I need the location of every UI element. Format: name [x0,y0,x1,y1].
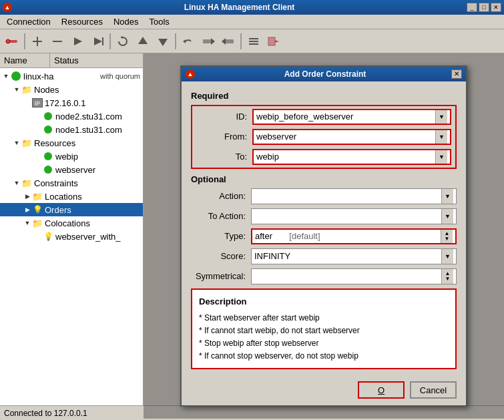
svg-marker-15 [222,38,226,45]
tree-item-webserver-with[interactable]: 💡 webserver_with_ [0,230,143,243]
tree-toggle-constraints[interactable]: ▼ [12,178,21,188]
toolbar-undo-btn[interactable] [179,32,198,51]
to-action-label: To Action: [191,211,251,221]
id-value: webip_before_webserver [256,112,435,122]
dialog-title-bar: ▲ Add Order Constraint ✕ [182,67,466,81]
folder-icon-colocations: 📁 [32,218,43,228]
toolbar-add-btn[interactable] [28,32,47,51]
action-dropdown-arrow[interactable]: ▼ [441,189,453,204]
score-dropdown-arrow[interactable]: ▼ [441,249,453,264]
symmetrical-row: Symmetrical: ▲ ▼ [191,268,457,284]
score-combobox[interactable]: INFINITY ▼ [251,248,457,264]
right-panel: ▲ Add Order Constraint ✕ Required ID: [144,53,504,419]
desc-line-4: * If cannot stop webserver, do not stop … [199,350,449,363]
menu-nodes[interactable]: Nodes [108,15,144,28]
tree-item-webip[interactable]: webip [0,150,143,163]
tree-toggle-orders[interactable]: ▶ [23,205,32,214]
toolbar-down-btn[interactable] [154,32,172,51]
tree-label-constraints: Constraints [34,178,78,188]
dialog-close-button[interactable]: ✕ [451,69,462,79]
tree-item-node2[interactable]: node2.stu31.com [0,110,143,123]
tree-item-node1[interactable]: node1.stu31.com [0,123,143,136]
from-control-wrap: webserver ▼ [252,129,451,145]
toolbar-migrate-btn[interactable] [199,32,218,51]
type-row: Type: after [default] ▲ ▼ [191,228,457,244]
svg-point-1 [6,39,10,43]
tree-item-webserver[interactable]: webserver [0,163,143,176]
status-text: Connected to 127.0.0.1 [4,409,87,418]
symmetrical-label: Symmetrical: [191,271,251,281]
id-row: ID: webip_before_webserver ▼ [192,109,451,125]
close-button[interactable]: ✕ [491,3,501,12]
menu-resources[interactable]: Resources [56,15,108,28]
symmetrical-spin-arrows[interactable]: ▲ ▼ [441,269,453,284]
type-spin-arrows[interactable]: ▲ ▼ [441,230,453,243]
from-dropdown-arrow[interactable]: ▼ [435,130,447,144]
circle-green-icon-node2 [43,111,53,122]
tree-label-resources: Resources [34,138,75,148]
tree-body: ▼ linux-ha with quorum ▼ 📁 Nodes IP 172.… [0,68,143,244]
cancel-button[interactable]: Cancel [410,381,457,399]
tree-item-locations[interactable]: ▶ 📁 Locations [0,190,143,203]
tree-toggle-colocations[interactable]: ▼ [23,218,32,228]
modal-overlay: ▲ Add Order Constraint ✕ Required ID: [144,53,504,419]
toolbar-play-btn[interactable] [88,32,107,51]
action-combobox[interactable]: ▼ [251,188,457,204]
tree-item-nodes[interactable]: ▼ 📁 Nodes [0,83,143,96]
menu-tools[interactable]: Tools [144,15,175,28]
tree-toggle-resources[interactable]: ▼ [12,138,21,148]
cancel-label: Cancel [420,385,447,395]
tree-item-colocations[interactable]: ▼ 📁 Colocations [0,216,143,230]
minimize-button[interactable]: _ [467,3,477,12]
tree-toggle-locations[interactable]: ▶ [23,192,32,201]
tree-label-node2: node2.stu31.com [55,112,122,122]
svg-rect-14 [226,39,234,43]
tree-item-172[interactable]: IP 172.16.0.1 [0,96,143,110]
maximize-button[interactable]: □ [479,3,489,12]
required-fields-group: ID: webip_before_webserver ▼ From: [191,105,457,169]
toolbar-sep-1 [24,33,25,49]
main-area: Name Status ▼ linux-ha with quorum ▼ 📁 N… [0,53,504,419]
type-spin-down[interactable]: ▼ [445,236,450,242]
ok-button[interactable]: O [358,381,405,399]
svg-rect-19 [268,37,275,45]
tree-item-linux-ha[interactable]: ▼ linux-ha with quorum [0,69,143,83]
description-box: Description * Start webserver after star… [191,288,457,370]
toolbar-remove-btn[interactable] [48,32,67,51]
tree-label-nodes: Nodes [34,85,59,95]
desc-line-3: * Stop webip after stop webserver [199,337,449,350]
tree-item-resources[interactable]: ▼ 📁 Resources [0,136,143,150]
add-order-constraint-dialog: ▲ Add Order Constraint ✕ Required ID: [180,65,467,407]
img-icon-172: IP [32,97,43,108]
svg-rect-18 [249,38,258,39]
tree-toggle-nodes[interactable]: ▼ [12,85,21,94]
tree-item-orders[interactable]: ▶ 💡 Orders [0,203,143,216]
id-dropdown-arrow[interactable]: ▼ [435,110,447,124]
toolbar-up-btn[interactable] [134,32,152,51]
svg-marker-13 [211,38,215,45]
toolbar-exit-btn[interactable] [264,32,283,51]
from-combobox[interactable]: webserver ▼ [252,129,451,145]
type-spinbox[interactable]: after [default] ▲ ▼ [251,228,457,244]
toolbar-start-btn[interactable] [68,32,87,51]
to-action-combobox[interactable]: ▼ [251,208,457,224]
to-action-dropdown-arrow[interactable]: ▼ [441,209,453,224]
toolbar-edit-btn[interactable] [244,32,263,51]
symmetrical-spinbox[interactable]: ▲ ▼ [251,268,457,284]
score-label: Score: [191,251,251,261]
to-value: webip [256,152,435,162]
type-label: Type: [191,231,251,241]
status-column-header: Status [49,53,143,67]
id-combobox[interactable]: webip_before_webserver ▼ [252,109,451,125]
toolbar-unmigrate-btn[interactable] [219,32,238,51]
toolbar-connect-btn[interactable] [3,32,21,51]
action-label: Action: [191,191,251,201]
symmetrical-spin-down[interactable]: ▼ [445,276,451,282]
toolbar-refresh-btn[interactable] [113,32,132,51]
tree-toggle-linux-ha[interactable]: ▼ [1,71,11,81]
to-dropdown-arrow[interactable]: ▼ [435,150,447,164]
menu-connection[interactable]: Connection [1,15,56,28]
to-combobox[interactable]: webip ▼ [252,149,451,165]
symmetrical-control-wrap: ▲ ▼ [251,268,457,284]
tree-item-constraints[interactable]: ▼ 📁 Constraints [0,176,143,190]
